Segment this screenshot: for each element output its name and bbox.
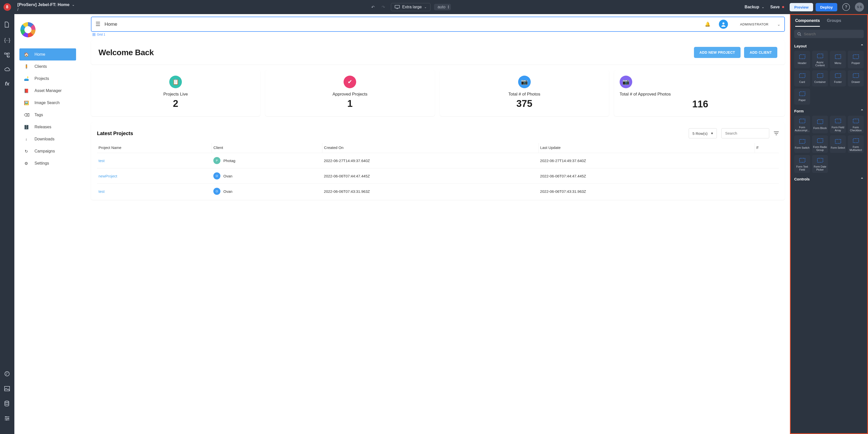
client-badge: P <box>213 157 220 164</box>
col-header[interactable]: Client <box>212 143 322 153</box>
zoom-steppers[interactable]: ▲▼ <box>447 5 450 9</box>
add-project-button[interactable]: ADD NEW PROJECT <box>694 47 741 58</box>
user-icon[interactable] <box>719 20 728 29</box>
component-menu[interactable]: Menu <box>830 51 846 68</box>
component-card[interactable]: Card <box>794 70 810 86</box>
save-menu[interactable]: Save <box>770 5 784 9</box>
project-name-link[interactable]: test <box>97 153 212 168</box>
rail-image-icon[interactable] <box>4 386 10 391</box>
table-row: test PPhotag 2022-06-27T14:49:37.640Z 20… <box>97 153 779 168</box>
undo-icon[interactable]: ↶ <box>371 5 375 9</box>
nav-item-image-search[interactable]: 🖼️Image Search <box>20 97 76 109</box>
nav-item-clients[interactable]: 🧍Clients <box>20 60 76 73</box>
app-logo[interactable]: 8 <box>0 0 14 14</box>
zoom-auto[interactable]: auto ▲▼ <box>434 4 451 10</box>
redo-icon[interactable]: ↷ <box>382 5 385 9</box>
col-header[interactable]: Project Name <box>97 143 212 153</box>
nav-item-releases[interactable]: 🗄️Releases <box>20 121 76 133</box>
preview-button[interactable]: Preview <box>790 3 813 11</box>
table-row: test OOvan 2022-06-06T07:43:31.963Z 2022… <box>97 184 779 199</box>
hamburger-icon[interactable]: ☰ <box>95 21 100 27</box>
table-search-input[interactable] <box>725 131 766 135</box>
rail-theme-icon[interactable] <box>4 371 10 377</box>
col-header[interactable]: Last Update <box>538 143 755 153</box>
component-icon <box>798 90 807 97</box>
component-header[interactable]: Header <box>794 51 810 68</box>
canvas-stage: 🏠Home🧍Clients🛋️Projects📕Asset Manager🖼️I… <box>14 14 790 434</box>
nav-item-tags[interactable]: ⌫Tags <box>20 109 76 121</box>
col-header[interactable]: Created On <box>322 143 538 153</box>
col-header[interactable]: F <box>755 143 779 153</box>
component-label: Form Date Picker <box>813 164 828 171</box>
component-paper[interactable]: Paper <box>794 88 810 105</box>
component-form-radio-group[interactable]: Form Radio Group <box>812 135 828 153</box>
monitor-icon <box>395 5 400 9</box>
component-drawer[interactable]: Drawer <box>848 70 864 86</box>
viewport-label: Extra large <box>402 5 422 9</box>
rows-selector[interactable]: 5 Row(s) ▾ <box>689 128 717 138</box>
home-icon: 🏠 <box>24 52 28 57</box>
client-badge: O <box>213 172 220 179</box>
project-name-link[interactable]: newProject <box>97 168 212 184</box>
filter-icon[interactable] <box>774 131 779 135</box>
rail-fx-icon[interactable]: fx <box>4 81 10 87</box>
viewport-selector[interactable]: Extra large ⌄ <box>391 3 431 11</box>
nav-item-settings[interactable]: ⚙Settings <box>20 157 76 169</box>
extra-cell <box>755 153 779 168</box>
stat-value: 116 <box>692 99 708 110</box>
section-controls-header[interactable]: Controls ⌃ <box>794 174 864 184</box>
component-icon <box>798 156 807 164</box>
rail-tree-icon[interactable] <box>4 53 10 58</box>
gear-icon: ⚙ <box>24 161 28 166</box>
components-search-input[interactable] <box>804 32 861 36</box>
tab-components[interactable]: Components <box>795 19 820 27</box>
backup-menu[interactable]: Backup ⌄ <box>745 5 764 9</box>
component-form-block[interactable]: Form Block <box>812 116 828 133</box>
grid-label[interactable]: Grid 1 <box>92 33 785 36</box>
section-layout-header[interactable]: Layout ⌃ <box>794 41 864 51</box>
nav-item-projects[interactable]: 🛋️Projects <box>20 73 76 85</box>
table-search[interactable] <box>721 128 769 138</box>
nav-item-campaigns[interactable]: ↻Campaigns <box>20 145 76 157</box>
nav-item-home[interactable]: 🏠Home <box>20 48 76 60</box>
component-popper[interactable]: Popper <box>848 51 864 68</box>
app-bar[interactable]: ☰ Home 🔔 ADMINISTRATOR ⌄ <box>91 17 785 32</box>
components-panel: Components Groups Layout ⌃ HeaderAsync C… <box>790 14 868 434</box>
nav-label: Projects <box>34 76 49 81</box>
person-icon: 🧍 <box>24 64 28 69</box>
rail-settings-icon[interactable] <box>4 416 10 421</box>
section-form-header[interactable]: Form ⌃ <box>794 106 864 116</box>
component-form-select[interactable]: Form Select <box>830 135 846 153</box>
component-footer[interactable]: Footer <box>830 70 846 86</box>
component-form-field-array[interactable]: Form Field Array <box>830 116 846 133</box>
project-name-link[interactable]: test <box>97 184 212 199</box>
components-search[interactable] <box>794 30 864 38</box>
nav-label: Image Search <box>34 100 60 105</box>
component-icon <box>816 137 825 144</box>
chevron-down-icon[interactable]: ⌄ <box>777 22 780 27</box>
component-form-date-picker[interactable]: Form Date Picker <box>812 155 828 173</box>
rail-page-icon[interactable] <box>4 22 10 28</box>
component-form-autocompl-[interactable]: Form Autocompl... <box>794 116 810 133</box>
rail-cloud-icon[interactable] <box>4 67 10 71</box>
component-container[interactable]: Container <box>812 70 828 86</box>
tab-groups[interactable]: Groups <box>827 19 841 27</box>
component-form-switch[interactable]: Form Switch <box>794 135 810 153</box>
title-dropdown-icon[interactable]: ⌄ <box>72 3 74 6</box>
deploy-button[interactable]: Deploy <box>816 3 837 11</box>
chevron-down-icon: ⌄ <box>762 5 764 9</box>
nav-item-downloads[interactable]: ↓Downloads <box>20 133 76 145</box>
zoom-auto-label: auto <box>437 5 445 9</box>
rail-code-icon[interactable]: {··} <box>4 37 10 43</box>
component-async-content[interactable]: Async Content <box>812 51 828 68</box>
help-button[interactable]: ? <box>842 3 850 11</box>
tag-icon: ⌫ <box>24 113 28 117</box>
rail-db-icon[interactable] <box>4 401 10 406</box>
nav-item-asset-manager[interactable]: 📕Asset Manager <box>20 85 76 97</box>
bell-icon[interactable]: 🔔 <box>705 22 710 27</box>
component-form-multiselect[interactable]: Form Multiselect <box>848 135 864 153</box>
component-form-checkbox[interactable]: Form Checkbox <box>848 116 864 133</box>
add-client-button[interactable]: ADD CLIENT <box>744 47 777 58</box>
user-avatar[interactable]: S S <box>855 2 864 11</box>
component-form-text-field[interactable]: Form Text Field <box>794 155 810 173</box>
